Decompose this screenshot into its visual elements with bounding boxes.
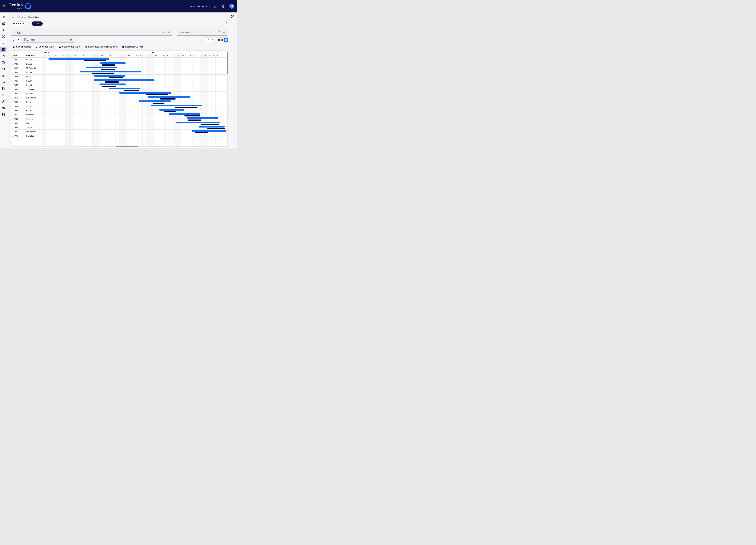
job-row-17068[interactable]: 17068McDowells bbox=[11, 130, 42, 134]
gantt-task-bar-17047[interactable] bbox=[99, 83, 126, 85]
job-row-17029[interactable]: 17029SCDP bbox=[11, 58, 42, 62]
gantt-task-bar-17058[interactable] bbox=[169, 113, 200, 115]
filter-tune-icon[interactable] bbox=[168, 31, 171, 34]
gantt-task-bar-17046[interactable] bbox=[94, 79, 155, 81]
feedback-chat-icon[interactable] bbox=[230, 14, 235, 19]
gantt-subtask-bar-17054[interactable] bbox=[175, 107, 197, 108]
user-avatar[interactable]: LJ bbox=[229, 4, 234, 9]
gantt-subtask-bar-17058[interactable] bbox=[184, 115, 200, 116]
sidebar-item-file-chart-icon[interactable] bbox=[0, 86, 7, 91]
job-row-17058[interactable]: 17058Stark Ind. bbox=[11, 113, 42, 117]
gantt-subtask-bar-17045[interactable] bbox=[109, 77, 123, 78]
gantt-task-bar-17049[interactable] bbox=[109, 88, 140, 89]
job-row-17053[interactable]: 17053Bluth's bbox=[11, 100, 42, 104]
vertical-scrollbar-thumb[interactable] bbox=[227, 52, 228, 74]
view-month-button[interactable] bbox=[224, 38, 228, 42]
gantt-task-bar-17068[interactable] bbox=[192, 130, 226, 132]
job-row-17064[interactable]: 17064Stark Ind. bbox=[11, 125, 42, 130]
sidebar-item-analytics-icon[interactable] bbox=[0, 21, 7, 26]
gantt-subtask-bar-17064[interactable] bbox=[207, 128, 225, 129]
gantt-subtask-bar-17053[interactable] bbox=[153, 102, 164, 104]
sidebar-item-barcode-icon[interactable] bbox=[0, 34, 7, 39]
quick-search-input[interactable] bbox=[179, 29, 217, 35]
gantt-subtask-bar-17033[interactable] bbox=[101, 69, 115, 70]
gantt-subtask-bar-17047[interactable] bbox=[102, 86, 116, 87]
gantt-subtask-bar-17063[interactable] bbox=[201, 124, 219, 125]
more-options-kebab-icon[interactable] bbox=[225, 21, 228, 24]
job-row-17049[interactable]: 17049Satriales bbox=[11, 87, 42, 91]
next-period-chevron[interactable] bbox=[16, 38, 20, 41]
job-row-17030[interactable]: 17030Bluth's bbox=[11, 62, 42, 66]
sidebar-item-register-icon[interactable] bbox=[0, 105, 7, 111]
toolbar-button-lock-subtasks[interactable]: LOCK SUBTASKS bbox=[35, 46, 54, 48]
sidebar-item-settings-icon[interactable] bbox=[0, 27, 7, 33]
gantt-task-bar-17054[interactable] bbox=[151, 105, 202, 106]
job-row-17047[interactable]: 17047Stark Ind. bbox=[11, 83, 42, 87]
sidebar-item-store-icon[interactable] bbox=[0, 47, 7, 52]
gantt-task-bar-17053[interactable] bbox=[139, 100, 171, 102]
sidebar-item-id-card-icon[interactable] bbox=[0, 53, 7, 59]
date-calendar-icon[interactable] bbox=[70, 38, 73, 41]
job-row-17033[interactable]: 17033McDowells bbox=[11, 66, 42, 70]
job-row-17070[interactable]: 17070Satriales bbox=[11, 134, 42, 138]
sidebar-item-payroll-lock-icon[interactable]: $ bbox=[0, 79, 7, 85]
breadcrumb-home[interactable]: Home bbox=[11, 16, 16, 18]
gantt-subtask-bar-17051[interactable] bbox=[160, 98, 176, 99]
sidebar-item-database-icon[interactable] bbox=[0, 112, 7, 117]
gantt-subtask-bar-17044[interactable] bbox=[92, 73, 114, 74]
sidebar-item-users-icon[interactable] bbox=[0, 40, 7, 46]
gantt-task-bar-17051[interactable] bbox=[148, 96, 190, 98]
gantt-task-bar-17050[interactable] bbox=[119, 92, 171, 94]
prev-period-chevron[interactable] bbox=[12, 38, 15, 41]
gantt-task-bar-17045[interactable] bbox=[94, 75, 125, 77]
job-row-17063[interactable]: 17063Initech bbox=[11, 121, 42, 125]
breadcrumb-section[interactable]: Section bbox=[19, 16, 25, 18]
toolbar-button-reschedule-jobs[interactable]: RESCHEDULE JOBS bbox=[122, 46, 143, 48]
gantt-subtask-bar-17061[interactable] bbox=[188, 119, 201, 121]
job-row-17057[interactable]: 17057Bluth's bbox=[11, 108, 42, 113]
search-icon[interactable] bbox=[218, 31, 221, 34]
toolbar-button-recalculate-drum-end-date[interactable]: RECALCULATE DRUM END DATE bbox=[85, 46, 118, 48]
sidebar-item-engineering-icon[interactable] bbox=[0, 92, 7, 98]
gantt-subtask-bar-17030[interactable] bbox=[102, 64, 115, 66]
gantt-task-bar-17044[interactable] bbox=[80, 71, 141, 72]
gantt-task-bar-17064[interactable] bbox=[199, 126, 225, 127]
tab-gantt[interactable]: GANTT bbox=[32, 21, 43, 26]
sidebar-item-maintenance-wrench-icon[interactable] bbox=[0, 99, 7, 104]
job-row-17045[interactable]: 17045Vesuvio bbox=[11, 75, 42, 79]
job-row-17061[interactable]: 17061Vesuvio bbox=[11, 117, 42, 121]
gantt-subtask-bar-17029[interactable] bbox=[84, 60, 106, 61]
gantt-task-bar-17061[interactable] bbox=[187, 117, 218, 119]
sidebar-item-dashboard-icon[interactable] bbox=[0, 14, 7, 20]
horizontal-scrollbar[interactable] bbox=[74, 146, 226, 147]
today-button[interactable]: TODAY bbox=[205, 37, 215, 42]
sidebar-item-quality-seal-icon[interactable] bbox=[0, 66, 7, 72]
dropdown-caret-icon[interactable] bbox=[162, 31, 165, 34]
horizontal-scrollbar-thumb[interactable] bbox=[116, 146, 138, 147]
gantt-task-bar-17057[interactable] bbox=[159, 109, 184, 111]
job-row-17046[interactable]: 17046SCDP bbox=[11, 79, 42, 83]
gantt-subtask-bar-17057[interactable] bbox=[164, 111, 176, 112]
vertical-scrollbar[interactable] bbox=[227, 50, 228, 147]
sidebar-item-report-icon[interactable] bbox=[0, 73, 7, 78]
filter-field[interactable]: Filter Default bbox=[11, 29, 172, 36]
job-row-17051[interactable]: 17051Big Kahuna bbox=[11, 96, 42, 100]
gantt-subtask-bar-17050[interactable] bbox=[146, 94, 168, 95]
date-field[interactable]: Date March 2022 bbox=[22, 37, 74, 42]
job-row-17044[interactable]: 17044Bluth's bbox=[11, 70, 42, 75]
toolbar-button-unlock-subtasks[interactable]: UNLOCK SUBTASKS bbox=[59, 46, 81, 48]
sidebar-item-documents-icon[interactable] bbox=[0, 60, 7, 65]
apps-grid-icon[interactable] bbox=[214, 4, 218, 8]
menu-icon[interactable] bbox=[2, 4, 6, 9]
search-tune-icon[interactable] bbox=[223, 31, 225, 34]
gantt-subtask-bar-17049[interactable] bbox=[124, 90, 140, 91]
view-day-button[interactable] bbox=[217, 38, 221, 42]
gantt-task-bar-17030[interactable] bbox=[100, 62, 126, 64]
toolbar-button-new-sequence[interactable]: NEW SEQUENCE bbox=[13, 46, 31, 48]
view-week-button[interactable] bbox=[221, 38, 224, 42]
gantt-task-bar-17033[interactable] bbox=[86, 67, 117, 68]
gantt-task-bar-17063[interactable] bbox=[176, 122, 220, 123]
gantt-subtask-bar-17068[interactable] bbox=[195, 132, 208, 133]
job-row-17054[interactable]: 17054SCDP bbox=[11, 104, 42, 108]
gantt-task-bar-17029[interactable] bbox=[48, 58, 109, 60]
